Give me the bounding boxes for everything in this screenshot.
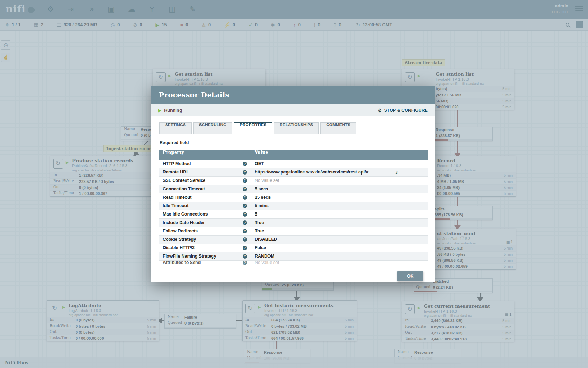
- help-icon[interactable]: ?: [243, 204, 247, 208]
- help-icon[interactable]: ?: [243, 237, 247, 242]
- property-name: Cookie Strategy: [163, 236, 243, 244]
- property-value[interactable]: 5 mins: [255, 202, 399, 210]
- property-row-flowfile-naming-strategy[interactable]: FlowFile Naming Strategy? RANDOM: [159, 252, 428, 261]
- ok-button[interactable]: OK: [397, 271, 424, 281]
- property-row-follow-redirects[interactable]: Follow Redirects? True: [159, 227, 428, 236]
- property-name: Disable HTTP/2: [163, 244, 243, 252]
- help-icon[interactable]: ?: [243, 246, 247, 250]
- running-status-icon: ▶: [158, 108, 161, 113]
- property-name: FlowFile Naming Strategy: [163, 252, 243, 260]
- property-value[interactable]: 5: [255, 210, 399, 218]
- help-icon[interactable]: ?: [243, 195, 247, 200]
- help-icon[interactable]: ?: [243, 220, 247, 225]
- property-row-include-date-header[interactable]: Include Date Header? True: [159, 219, 428, 227]
- property-name: Read Timeout: [163, 193, 243, 202]
- property-row-idle-timeout[interactable]: Idle Timeout? 5 mins: [159, 202, 428, 210]
- property-value[interactable]: 15 secs: [255, 193, 399, 202]
- property-row-http-method[interactable]: HTTP Method? GET: [159, 160, 428, 168]
- property-value[interactable]: https://www.pegelonline.wsv.de/webservic…: [255, 168, 393, 176]
- processor-run-status: Running: [164, 108, 182, 113]
- property-row-disable-http2[interactable]: Disable HTTP/2? False: [159, 244, 428, 252]
- dialog-tabs: SETTINGS SCHEDULING PROPERTIES RELATIONS…: [159, 122, 435, 134]
- property-row-attributes-to-send[interactable]: Attributes to Send? No value set: [159, 261, 428, 265]
- info-icon[interactable]: i: [393, 170, 399, 175]
- property-value[interactable]: False: [255, 244, 399, 252]
- tab-comments[interactable]: COMMENTS: [320, 122, 356, 134]
- stop-configure-icon: ⚙: [378, 108, 382, 113]
- property-name: Remote URL: [163, 168, 243, 176]
- dialog-status-bar: ▶ Running ⚙ STOP & CONFIGURE: [151, 104, 435, 116]
- property-value[interactable]: RANDOM: [255, 252, 399, 260]
- property-name: SSL Context Service: [163, 177, 243, 185]
- help-icon[interactable]: ?: [243, 261, 247, 265]
- property-name: Attributes to Send: [163, 261, 243, 265]
- properties-table: Property Value HTTP Method? GET Remote U…: [159, 150, 428, 265]
- property-value[interactable]: True: [255, 227, 399, 235]
- help-icon[interactable]: ?: [243, 187, 247, 191]
- value-column-header: Value: [251, 150, 399, 160]
- help-icon[interactable]: ?: [243, 170, 247, 175]
- property-name: Include Date Header: [163, 219, 243, 227]
- property-row-read-timeout[interactable]: Read Timeout? 15 secs: [159, 193, 428, 202]
- properties-table-header: Property Value: [159, 150, 428, 160]
- property-value[interactable]: DISABLED: [255, 236, 399, 244]
- required-field-label: Required field: [160, 140, 435, 145]
- help-icon[interactable]: ?: [243, 254, 247, 259]
- help-icon[interactable]: ?: [243, 178, 247, 183]
- help-icon[interactable]: ?: [243, 162, 247, 166]
- processor-details-dialog: Processor Details ▶ Running ⚙ STOP & CON…: [151, 86, 435, 282]
- property-name: Idle Timeout: [163, 202, 243, 210]
- property-row-max-idle-connections[interactable]: Max Idle Connections? 5: [159, 210, 428, 219]
- property-name: Connection Timeout: [163, 185, 243, 193]
- property-value[interactable]: 5 secs: [255, 185, 399, 193]
- property-value[interactable]: No value set: [255, 177, 399, 185]
- tab-relationships[interactable]: RELATIONSHIPS: [274, 122, 319, 134]
- property-value[interactable]: GET: [255, 160, 399, 168]
- property-name: Max Idle Connections: [163, 210, 243, 218]
- property-column-header: Property: [159, 150, 251, 160]
- property-row-ssl-context-service[interactable]: SSL Context Service? No value set: [159, 177, 428, 185]
- help-icon[interactable]: ?: [243, 229, 247, 233]
- help-icon[interactable]: ?: [243, 212, 247, 217]
- property-row-connection-timeout[interactable]: Connection Timeout? 5 secs: [159, 185, 428, 193]
- dialog-title: Processor Details: [151, 86, 435, 104]
- property-name: HTTP Method: [163, 160, 243, 168]
- property-row-cookie-strategy[interactable]: Cookie Strategy? DISABLED: [159, 236, 428, 244]
- property-name: Follow Redirects: [163, 227, 243, 235]
- property-row-remote-url[interactable]: Remote URL? https://www.pegelonline.wsv.…: [159, 168, 428, 177]
- tab-properties[interactable]: PROPERTIES: [234, 122, 272, 134]
- property-value[interactable]: True: [255, 219, 399, 227]
- tab-scheduling[interactable]: SCHEDULING: [193, 122, 232, 134]
- tab-settings[interactable]: SETTINGS: [159, 122, 192, 134]
- stop-and-configure-button[interactable]: ⚙ STOP & CONFIGURE: [378, 108, 428, 113]
- property-value[interactable]: No value set: [255, 261, 399, 265]
